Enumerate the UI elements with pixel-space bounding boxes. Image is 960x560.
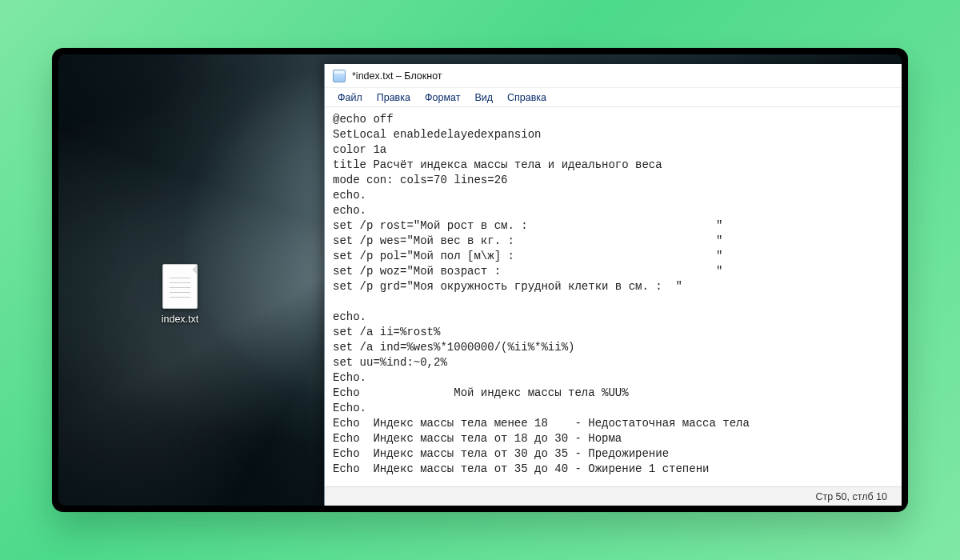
screenshot-frame: index.txt *index.txt – Блокнот Файл Прав… <box>52 48 908 512</box>
window-title: *index.txt – Блокнот <box>352 70 442 82</box>
menu-format[interactable]: Формат <box>418 90 466 105</box>
notepad-window: *index.txt – Блокнот Файл Правка Формат … <box>324 64 902 506</box>
menu-view[interactable]: Вид <box>468 90 499 105</box>
notepad-app-icon <box>333 70 346 82</box>
editor-textarea[interactable]: @echo off SetLocal enabledelayedexpansio… <box>325 107 902 486</box>
desktop-file-label: index.txt <box>148 314 212 325</box>
menubar: Файл Правка Формат Вид Справка <box>325 88 902 107</box>
menu-file[interactable]: Файл <box>331 90 369 105</box>
text-file-icon <box>162 264 198 309</box>
desktop-file-icon[interactable]: index.txt <box>148 264 212 325</box>
cursor-position: Стр 50, стлб 10 <box>815 491 887 502</box>
statusbar: Стр 50, стлб 10 <box>325 486 902 506</box>
titlebar[interactable]: *index.txt – Блокнот <box>325 64 902 88</box>
menu-edit[interactable]: Правка <box>370 90 417 105</box>
menu-help[interactable]: Справка <box>501 90 553 105</box>
